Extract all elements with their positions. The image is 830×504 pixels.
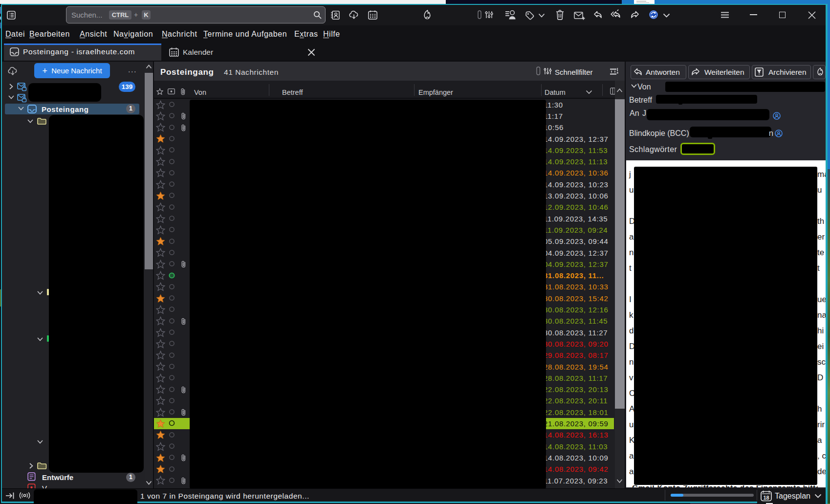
svg-text:18: 18: [763, 495, 769, 501]
